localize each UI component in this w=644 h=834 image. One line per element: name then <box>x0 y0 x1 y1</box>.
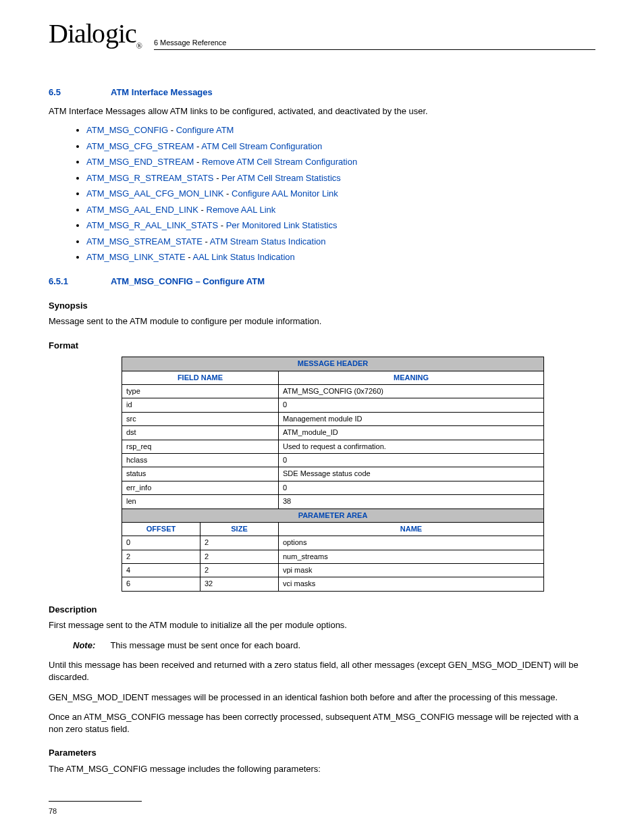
separator: - <box>186 252 193 262</box>
list-item: ATM_MSG_CFG_STREAM - ATM Cell Stream Con… <box>86 140 595 153</box>
message-desc-link[interactable]: ATM Cell Stream Configuration <box>201 141 322 151</box>
section-heading-6-5-1: 6.5.1 ATM_MSG_CONFIG – Configure ATM <box>49 276 595 288</box>
cell-meaning: 0 <box>279 398 544 412</box>
logo: Dialogic® <box>49 20 142 54</box>
list-item: ATM_MSG_STREAM_STATE - ATM Stream Status… <box>86 235 595 248</box>
message-link[interactable]: ATM_MSG_CONFIG <box>86 125 168 135</box>
list-item: ATM_MSG_AAL_END_LINK - Remove AAL Link <box>86 203 595 216</box>
table-row: err_info0 <box>122 481 544 494</box>
separator: - <box>194 141 201 151</box>
cell-field: dst <box>122 426 279 440</box>
description-p4: Once an ATM_MSG_CONFIG message has been … <box>49 711 595 735</box>
cell-o: 2 <box>122 550 200 563</box>
synopsis-heading: Synopsis <box>49 300 595 312</box>
parameters-heading: Parameters <box>49 747 595 759</box>
list-item: ATM_MSG_AAL_CFG_MON_LINK - Configure AAL… <box>86 187 595 200</box>
section-number: 6.5 <box>49 86 111 99</box>
cell-s: 2 <box>200 550 279 563</box>
cell-field: len <box>122 495 279 509</box>
cell-o: 4 <box>122 564 200 577</box>
message-desc-link[interactable]: Configure ATM <box>176 125 234 135</box>
message-desc-link[interactable]: ATM Stream Status Indication <box>210 236 326 246</box>
note: Note: This message must be sent once for… <box>73 640 595 652</box>
cell-s: 2 <box>200 536 279 550</box>
cell-meaning: ATM_module_ID <box>279 426 544 440</box>
cell-meaning: SDE Message status code <box>279 467 544 481</box>
cell-s: 2 <box>200 564 279 577</box>
description-p2: Until this message has been received and… <box>49 659 595 683</box>
message-desc-link[interactable]: AAL Link Status Indication <box>193 252 295 262</box>
parameters-text: The ATM_MSG_CONFIG message includes the … <box>49 763 595 775</box>
table-row: hclass0 <box>122 453 544 467</box>
message-link[interactable]: ATM_MSG_AAL_END_LINK <box>86 205 198 215</box>
col-meaning: MEANING <box>279 371 544 384</box>
section-heading-6-5: 6.5 ATM Interface Messages <box>49 86 595 99</box>
page-number: 78 <box>49 807 57 815</box>
cell-field: status <box>122 467 279 481</box>
message-link[interactable]: ATM_MSG_CFG_STREAM <box>86 141 194 151</box>
message-link[interactable]: ATM_MSG_STREAM_STATE <box>86 236 203 246</box>
col-name: NAME <box>279 522 544 536</box>
message-desc-link[interactable]: Remove AAL Link <box>207 205 276 215</box>
separator: - <box>168 125 176 135</box>
cell-meaning: ATM_MSG_CONFIG (0x7260) <box>279 384 544 398</box>
table-row: 42vpi mask <box>122 564 544 577</box>
table-row: typeATM_MSG_CONFIG (0x7260) <box>122 384 544 398</box>
message-link[interactable]: ATM_MSG_R_AAL_LINK_STATS <box>86 220 218 230</box>
cell-field: hclass <box>122 453 279 467</box>
note-label: Note: <box>73 640 108 652</box>
message-desc-link[interactable]: Per Monitored Link Statistics <box>226 220 338 230</box>
section-intro: ATM Interface Messages allow ATM links t… <box>49 105 595 118</box>
message-link-list: ATM_MSG_CONFIG - Configure ATMATM_MSG_CF… <box>49 124 595 263</box>
message-link[interactable]: ATM_MSG_END_STREAM <box>86 157 194 167</box>
cell-field: rsp_req <box>122 440 279 453</box>
table-row: statusSDE Message status code <box>122 467 544 481</box>
cell-field: type <box>122 384 279 398</box>
list-item: ATM_MSG_R_STREAM_STATS - Per ATM Cell St… <box>86 172 595 184</box>
cell-s: 32 <box>200 577 279 591</box>
table-row: 632vci masks <box>122 577 544 591</box>
message-desc-link[interactable]: Configure AAL Monitor Link <box>232 188 338 199</box>
cell-meaning: 38 <box>279 495 544 509</box>
table-row: id0 <box>122 398 544 412</box>
cell-meaning: Used to request a confirmation. <box>279 440 544 453</box>
list-item: ATM_MSG_CONFIG - Configure ATM <box>86 124 595 136</box>
message-format-table: MESSAGE HEADER FIELD NAME MEANING typeAT… <box>122 357 544 592</box>
message-link[interactable]: ATM_MSG_AAL_CFG_MON_LINK <box>86 188 223 199</box>
separator: - <box>194 157 202 167</box>
table-row: dstATM_module_ID <box>122 426 544 440</box>
section-title: ATM_MSG_CONFIG – Configure ATM <box>111 276 265 288</box>
note-text: This message must be sent once for each … <box>110 640 300 650</box>
message-link[interactable]: ATM_MSG_LINK_STATE <box>86 252 186 262</box>
col-size: SIZE <box>200 522 279 536</box>
list-item: ATM_MSG_R_AAL_LINK_STATS - Per Monitored… <box>86 219 595 232</box>
section-title: ATM Interface Messages <box>111 86 213 99</box>
list-item: ATM_MSG_LINK_STATE - AAL Link Status Ind… <box>86 251 595 263</box>
description-heading: Description <box>49 604 595 616</box>
message-desc-link[interactable]: Per ATM Cell Stream Statistics <box>221 173 341 183</box>
page-header: Dialogic® 6 Message Reference <box>49 20 595 54</box>
table-header-message: MESSAGE HEADER <box>122 357 544 371</box>
col-field-name: FIELD NAME <box>122 371 279 384</box>
separator: - <box>203 236 210 246</box>
cell-meaning: 0 <box>279 453 544 467</box>
table-row: srcManagement module ID <box>122 412 544 425</box>
message-desc-link[interactable]: Remove ATM Cell Stream Configuration <box>202 157 357 167</box>
separator: - <box>223 188 232 199</box>
list-item: ATM_MSG_END_STREAM - Remove ATM Cell Str… <box>86 155 595 168</box>
cell-n: num_streams <box>279 550 544 563</box>
separator: - <box>214 173 222 183</box>
separator: - <box>218 220 226 230</box>
separator: - <box>198 205 207 215</box>
section-number: 6.5.1 <box>49 276 111 288</box>
cell-n: vci masks <box>279 577 544 591</box>
page-footer: 78 <box>49 801 595 816</box>
table-row: rsp_reqUsed to request a confirmation. <box>122 440 544 453</box>
cell-field: id <box>122 398 279 412</box>
table-header-parameter: PARAMETER AREA <box>122 509 544 522</box>
message-link[interactable]: ATM_MSG_R_STREAM_STATS <box>86 173 214 183</box>
table-row: 22num_streams <box>122 550 544 563</box>
cell-o: 6 <box>122 577 200 591</box>
chapter-title: 6 Message Reference <box>154 38 595 50</box>
cell-field: err_info <box>122 481 279 494</box>
